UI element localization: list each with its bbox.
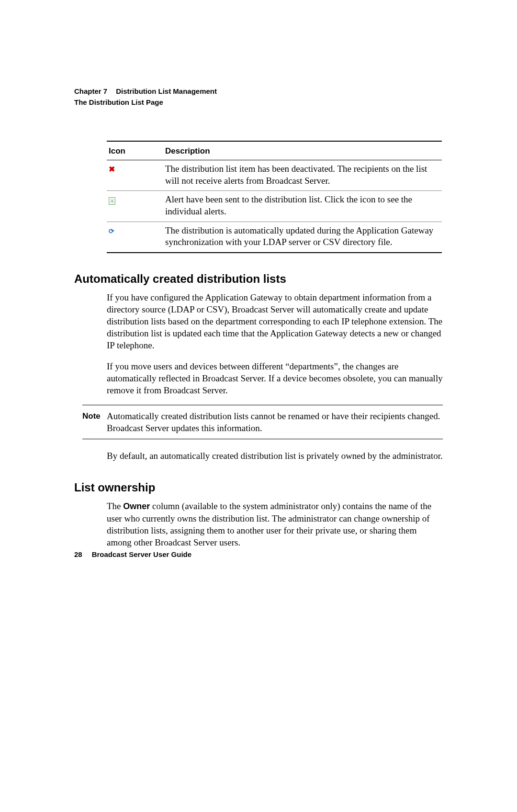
body-paragraph: If you move users and devices between di… — [107, 360, 443, 396]
page-header: Chapter 7Distribution List Management Th… — [74, 86, 443, 107]
page-footer: 28Broadcast Server User Guide — [74, 550, 191, 558]
header-section-title: The Distribution List Page — [74, 97, 443, 107]
table-cell-description: The distribution is automatically update… — [163, 222, 442, 253]
note-text: Automatically created distribution lists… — [107, 410, 443, 434]
owner-para-prefix: The — [107, 501, 123, 511]
table-row: ✖ The distribution list item has been de… — [107, 160, 442, 191]
table-cell-description: Alert have been sent to the distribution… — [163, 191, 442, 222]
sync-icon: ⟳ — [109, 227, 115, 234]
owner-para-suffix: column (available to the system administ… — [107, 501, 431, 547]
page-number: 28 — [74, 550, 82, 558]
section1-body: If you have configured the Application G… — [107, 291, 443, 396]
note-block: Note Automatically created distribution … — [82, 405, 443, 439]
heading-auto-created-lists: Automatically created distribution lists — [74, 272, 443, 286]
x-icon: ✖ — [109, 165, 115, 173]
body-paragraph: If you have configured the Application G… — [107, 291, 443, 351]
body-paragraph: The Owner column (available to the syste… — [107, 500, 443, 548]
table-cell-description: The distribution list item has been deac… — [163, 160, 442, 191]
icon-description-table: Icon Description ✖ The distribution list… — [107, 141, 442, 253]
table-row: A Alert have been sent to the distributi… — [107, 191, 442, 222]
footer-guide-title: Broadcast Server User Guide — [92, 550, 191, 558]
chapter-label: Chapter 7 — [74, 87, 107, 95]
chapter-title: Distribution List Management — [116, 87, 217, 95]
document-icon: A — [109, 197, 115, 205]
table-header-icon: Icon — [107, 141, 163, 160]
table-header-description: Description — [163, 141, 442, 160]
section1-body-after-note: By default, an automatically created dis… — [107, 450, 443, 462]
heading-list-ownership: List ownership — [74, 481, 443, 494]
table-row: ⟳ The distribution is automatically upda… — [107, 222, 442, 253]
note-label: Note — [82, 410, 107, 434]
body-paragraph: By default, an automatically created dis… — [107, 450, 443, 462]
section2-body: The Owner column (available to the syste… — [107, 500, 443, 548]
owner-word: Owner — [123, 501, 150, 511]
